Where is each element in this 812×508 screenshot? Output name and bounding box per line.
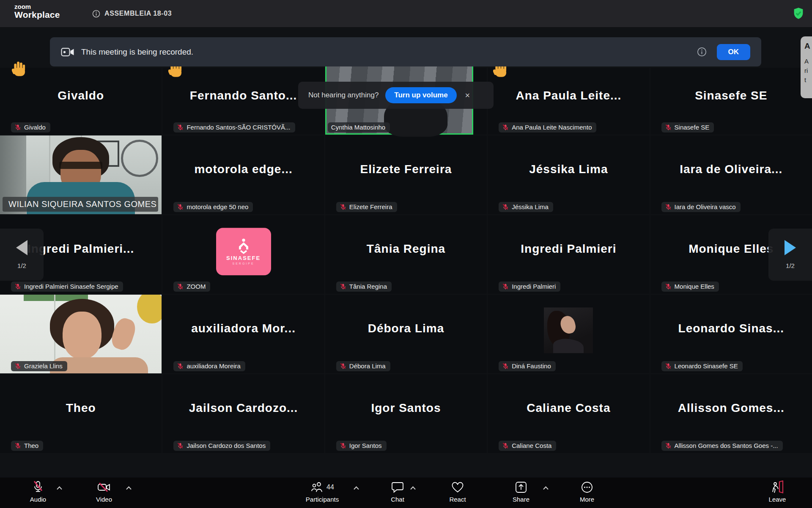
participants-options-chevron[interactable] <box>353 486 359 490</box>
participant-name-tag: ZOOM <box>173 282 210 292</box>
participant-name-tag: Jailson Cardozo dos Santos <box>173 441 270 451</box>
mic-muted-icon <box>340 442 346 449</box>
meeting-info[interactable]: ASSEMBLEIA 18-03 <box>92 0 172 27</box>
video-caption: WILIAN SIQUEIRA SANTOS GOMES <box>3 197 158 212</box>
participant-name-tag: Theo <box>11 441 43 451</box>
next-page-button[interactable]: 1/2 <box>768 229 812 281</box>
participant-gallery: Givaldo Givaldo Fernando Santo... Fernan… <box>0 68 812 453</box>
participant-tile[interactable]: Igor Santos Igor Santos <box>325 374 487 453</box>
audio-button[interactable]: Audio <box>13 480 63 503</box>
gold-balloon <box>137 295 162 323</box>
share-button[interactable]: Share <box>496 480 546 503</box>
participant-tile-video[interactable]: Graziela Llins <box>0 295 162 373</box>
ok-button[interactable]: OK <box>717 44 751 60</box>
mic-muted-icon <box>177 124 184 131</box>
more-button[interactable]: More <box>562 480 612 503</box>
mic-muted-icon <box>177 442 184 449</box>
leave-button[interactable]: Leave <box>752 480 803 503</box>
volume-tooltip-text: Not hearing anything? <box>308 91 379 99</box>
mic-muted-icon <box>502 283 509 290</box>
audio-options-chevron[interactable] <box>56 486 63 490</box>
mic-muted-icon <box>177 283 184 290</box>
mic-muted-icon <box>665 442 672 449</box>
chat-button[interactable]: Chat <box>372 480 423 503</box>
top-bar: zoom Workplace ASSEMBLEIA 18-03 <box>0 0 812 27</box>
camera-muted-icon <box>97 481 111 494</box>
participant-name-tag: Graziela Llins <box>11 361 67 371</box>
previous-page-button[interactable]: 1/2 <box>0 229 44 281</box>
share-options-chevron[interactable] <box>543 486 549 490</box>
mic-muted-icon <box>340 283 346 290</box>
participant-name-tag: auxiliadora Moreira <box>173 361 245 371</box>
participant-tile[interactable]: Tânia Regina Tânia Regina <box>325 215 487 294</box>
participant-name-tag: Elizete Ferreira <box>336 202 397 212</box>
participant-name-tag: Allisson Gomes dos Santos Goes -... <box>661 441 783 451</box>
mic-muted-icon <box>14 283 21 290</box>
participant-tile[interactable]: Débora Lima Débora Lima <box>325 295 487 373</box>
participant-tile[interactable]: Jéssika Lima Jéssika Lima <box>488 135 649 214</box>
participant-tile[interactable]: Theo Theo <box>0 374 162 453</box>
participant-name-tag: Jéssika Lima <box>499 202 553 212</box>
mic-muted-icon <box>14 442 21 449</box>
chevron-left-icon <box>16 240 27 255</box>
participant-name-tag: Igor Santos <box>336 441 387 451</box>
participant-tile[interactable]: Iara de Oliveira... Iara de Oliveira vas… <box>650 135 812 214</box>
mic-muted-icon <box>665 283 672 290</box>
participant-tile[interactable]: Caliane Costa Caliane Costa <box>488 374 649 453</box>
participant-name-tag: Diná Faustino <box>499 361 556 371</box>
recording-message: This meeting is being recorded. <box>81 47 193 57</box>
participant-tile[interactable]: Sinasefe SE Sinasefe SE <box>650 68 812 135</box>
react-button[interactable]: React <box>432 480 483 503</box>
participants-button[interactable]: 44 Participants <box>297 480 348 503</box>
share-screen-icon <box>515 481 527 494</box>
participant-name-tag: Débora Lima <box>336 361 390 371</box>
participant-name-tag: Ingredi Palmieri <box>499 282 560 292</box>
participant-tile[interactable]: Ingredi Palmieri Ingredi Palmieri <box>488 215 649 294</box>
turn-up-volume-button[interactable]: Turn up volume <box>385 87 456 103</box>
more-ellipsis-icon <box>581 481 593 494</box>
recording-banner: This meeting is being recorded. OK <box>50 37 761 66</box>
page-indicator: 1/2 <box>786 262 795 269</box>
info-icon[interactable] <box>697 47 707 57</box>
security-shield-icon[interactable] <box>793 7 804 20</box>
participant-name-tag: Monique Elles <box>661 282 719 292</box>
participant-tile[interactable]: auxiliadora Mor... auxiliadora Moreira <box>162 295 324 373</box>
mic-muted-icon <box>665 124 672 131</box>
participant-name-tag: Tânia Regina <box>336 282 392 292</box>
participant-tile[interactable]: Allisson Gomes... Allisson Gomes dos San… <box>650 374 812 453</box>
participant-name-tag: Caliane Costa <box>499 441 556 451</box>
zoom-workplace-logo: zoom Workplace <box>14 3 60 19</box>
zoom-meeting-window: zoom Workplace ASSEMBLEIA 18-03 Givaldo … <box>0 0 812 508</box>
mic-muted-icon <box>665 204 672 210</box>
participant-name-tag: Ana Paula Leite Nascimento <box>499 122 596 133</box>
participant-name-tag: Leonardo Sinasefe SE <box>661 361 743 371</box>
leave-door-icon <box>771 480 784 494</box>
participant-tile-photo[interactable]: Diná Faustino <box>488 295 649 373</box>
logo-line-zoom: zoom <box>14 3 60 10</box>
video-options-chevron[interactable] <box>126 486 132 490</box>
mic-muted-icon <box>502 124 509 131</box>
participant-tile[interactable]: Ana Paula Leite... Ana Paula Leite Nasci… <box>488 68 649 135</box>
participant-name-tag: Ingredi Palmieri Sinasefe Sergipe <box>11 282 123 292</box>
side-panel-fragment[interactable]: A A ri t <box>801 36 812 98</box>
chat-options-chevron[interactable] <box>410 486 416 490</box>
participant-tile[interactable]: motorola edge... motorola edge 50 neo <box>162 135 324 214</box>
participant-name-tag: Iara de Oliveira vasco <box>661 202 741 212</box>
participants-count: 44 <box>326 483 334 491</box>
mic-muted-icon <box>177 204 184 210</box>
volume-tooltip: Not hearing anything? Turn up volume × <box>298 82 494 109</box>
mic-muted-icon <box>502 363 509 370</box>
participant-tile-video[interactable]: WILIAN SIQUEIRA SANTOS GOMES <box>0 135 162 214</box>
close-icon[interactable]: × <box>465 91 470 100</box>
participant-tile[interactable]: Jailson Cardozo... Jailson Cardozo dos S… <box>162 374 324 453</box>
video-button[interactable]: Video <box>79 480 129 503</box>
participant-tile-logo[interactable]: SINASEFE SERGIPE ZOOM <box>162 215 324 294</box>
mic-muted-icon <box>502 204 509 210</box>
recording-camera-icon <box>61 47 74 58</box>
chat-icon <box>391 481 404 494</box>
participant-tile[interactable]: Elizete Ferreira Elizete Ferreira <box>325 135 487 214</box>
participant-name-tag: Fernando Santos-SÃO CRISTÓVÃ... <box>173 122 295 133</box>
profile-photo <box>544 307 593 353</box>
participant-tile[interactable]: Leonardo Sinas... Leonardo Sinasefe SE <box>650 295 812 373</box>
logo-line-workplace: Workplace <box>14 10 60 19</box>
